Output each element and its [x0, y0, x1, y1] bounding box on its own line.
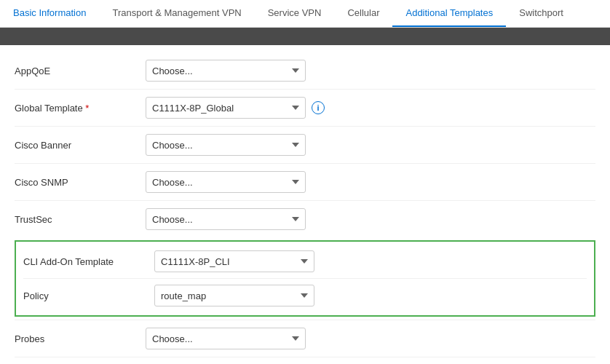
label-probes: Probes	[15, 333, 146, 344]
label-global-template: Global Template *	[15, 103, 146, 114]
form-row-appqoe: AppQoEChoose...	[15, 52, 595, 89]
form-row-cisco-snmp: Cisco SNMPChoose...	[15, 163, 595, 200]
label-appqoe: AppQoE	[15, 66, 146, 76]
label-policy: Policy	[23, 290, 154, 301]
select-appqoe[interactable]: Choose...	[146, 60, 306, 82]
tab-basic-information[interactable]: Basic Information	[0, 0, 99, 27]
control-wrap-cli-add-on-template: C1111X-8P_CLI	[154, 250, 314, 272]
section-header	[0, 28, 610, 45]
required-marker-global-template: *	[83, 103, 90, 114]
select-cli-add-on-template[interactable]: C1111X-8P_CLI	[154, 250, 314, 272]
select-probes[interactable]: Choose...	[146, 328, 306, 349]
form-row-trustsec: TrustSecChoose...	[15, 200, 595, 237]
form-row-cli-add-on-template: CLI Add-On TemplateC1111X-8P_CLI	[23, 245, 587, 278]
form-row-policy: Policyroute_map	[23, 278, 587, 312]
form-row-probes: ProbesChoose...	[15, 320, 595, 357]
control-wrap-trustsec: Choose...	[146, 208, 306, 230]
form-row-global-template: Global Template *C1111X-8P_Globali	[15, 89, 595, 126]
form-row-cisco-banner: Cisco BannerChoose...	[15, 126, 595, 163]
tab-bar: Basic InformationTransport & Management …	[0, 0, 610, 28]
select-policy[interactable]: route_map	[154, 285, 314, 306]
tab-transport-management-vpn[interactable]: Transport & Management VPN	[99, 0, 254, 27]
control-wrap-cisco-snmp: Choose...	[146, 171, 306, 193]
tab-switchport[interactable]: Switchport	[506, 0, 577, 27]
select-global-template[interactable]: C1111X-8P_Global	[146, 97, 306, 119]
label-cisco-banner: Cisco Banner	[15, 140, 146, 151]
label-cli-add-on-template: CLI Add-On Template	[23, 256, 154, 267]
control-wrap-global-template: C1111X-8P_Globali	[146, 97, 325, 119]
form-content: AppQoEChoose...Global Template *C1111X-8…	[0, 45, 610, 364]
form-row-security-policy: Security PolicyChoose...	[15, 357, 595, 364]
select-cisco-snmp[interactable]: Choose...	[146, 171, 306, 193]
control-wrap-appqoe: Choose...	[146, 60, 306, 82]
label-trustsec: TrustSec	[15, 214, 146, 225]
info-icon-global-template[interactable]: i	[312, 101, 325, 114]
tab-cellular[interactable]: Cellular	[334, 0, 392, 27]
label-cisco-snmp: Cisco SNMP	[15, 177, 146, 188]
highlighted-fields-box: CLI Add-On TemplateC1111X-8P_CLIPolicyro…	[15, 240, 595, 317]
tab-additional-templates[interactable]: Additional Templates	[392, 0, 506, 27]
select-trustsec[interactable]: Choose...	[146, 208, 306, 230]
control-wrap-cisco-banner: Choose...	[146, 134, 306, 156]
select-cisco-banner[interactable]: Choose...	[146, 134, 306, 156]
control-wrap-probes: Choose...	[146, 328, 306, 349]
control-wrap-policy: route_map	[154, 285, 314, 306]
tab-service-vpn[interactable]: Service VPN	[255, 0, 335, 27]
